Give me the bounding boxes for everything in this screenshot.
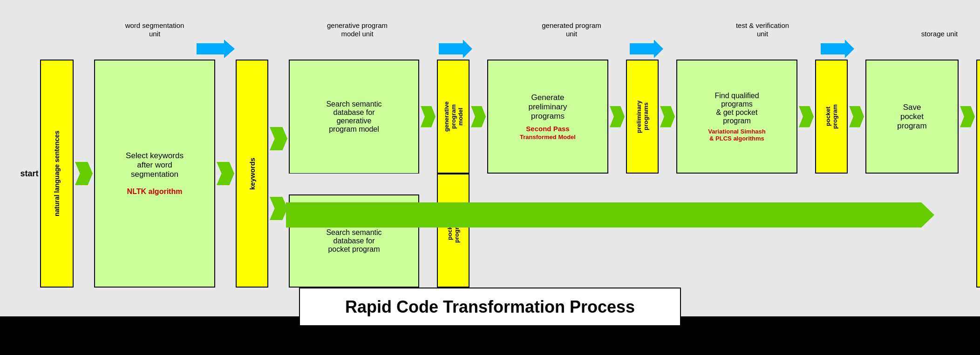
nltk-label: NLTK algorithm: [127, 188, 183, 196]
search-gen-model-box: Search semanticdatabase forgenerativepro…: [289, 60, 419, 174]
preliminary-yellow-box: preliminaryprograms: [626, 60, 659, 174]
arrow-kw-split: [268, 60, 289, 288]
arrow-findqual-to-pocketprog2: [799, 106, 814, 127]
long-pocket-arrow: [286, 202, 921, 228]
arrow-search-to-genmodel: [421, 106, 436, 127]
blue-arrow-3: [630, 40, 663, 58]
generated-prog-unit-header: generated programunit: [495, 21, 648, 38]
arrow-pocketprog2-to-save: [849, 106, 864, 127]
gen-prelim-box: Generatepreliminaryprograms Second PassT…: [487, 60, 608, 174]
generative-prog-unit-header: generative programmodel unit: [257, 21, 457, 38]
save-pocket-box: Savepocketprogram: [865, 60, 959, 174]
arrow-select-to-kw: [215, 60, 236, 288]
arrow-genprelim-to-prelim: [610, 106, 625, 127]
pocket-prog-yellow-box-2: pocketprogram: [815, 60, 848, 174]
title-bar: Rapid Code Transformation Process: [299, 288, 681, 326]
select-keywords-box: Select keywordsafter wordsegmentation NL…: [94, 60, 215, 288]
arrow-nat-to-select: [74, 60, 94, 288]
start-label: start: [19, 60, 40, 288]
blue-arrow-4: [821, 40, 854, 58]
variational-label: Variational Simhash& PLCS algorithms: [708, 128, 766, 142]
storage-unit-header: storage unit: [877, 30, 980, 38]
natural-lang-box: natural language sentences: [40, 60, 74, 288]
title-text: Rapid Code Transformation Process: [345, 297, 635, 317]
pocket-prog-yellow-box-1: pocketprogram: [437, 174, 470, 288]
find-qual-box: Find qualifiedprograms& get pocketprogra…: [676, 60, 797, 174]
results-box: results of program execution: [976, 60, 980, 288]
keywords-box: keywords: [236, 60, 268, 288]
arrow-genmodel-to-prelim: [471, 106, 486, 127]
arrow-prelim-to-findqual: [660, 106, 675, 127]
gen-model-yellow-box: generativeprogrammodel: [437, 60, 470, 174]
blue-arrow-1: [197, 40, 235, 58]
arrow-save-to-results: [960, 106, 975, 127]
blue-arrow-2: [439, 40, 472, 58]
test-verif-unit-header: test & verificationunit: [686, 21, 839, 38]
second-pass-label: Second PassTransformed Model: [520, 125, 576, 141]
diagram-container: word segmentationunit generative program…: [0, 0, 980, 316]
word-seg-unit-header: word segmentationunit: [94, 21, 215, 38]
